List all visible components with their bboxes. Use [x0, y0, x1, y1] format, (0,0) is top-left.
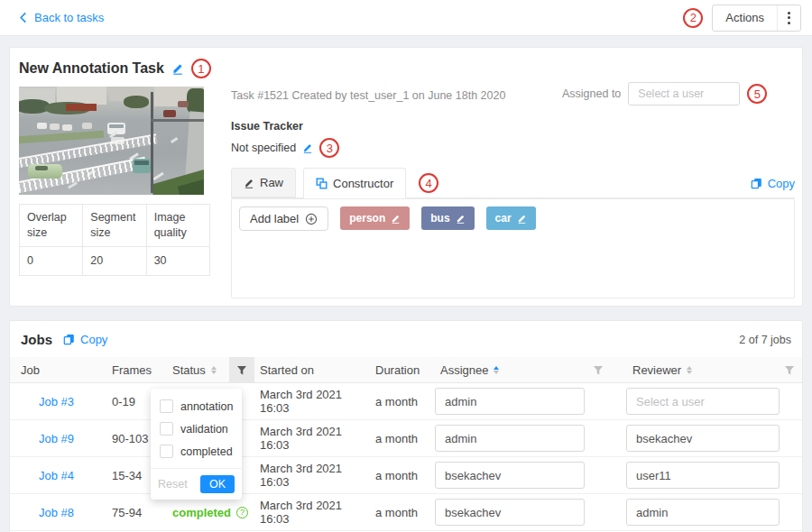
back-to-tasks-link[interactable]: Back to tasks: [18, 11, 104, 24]
callout-2: 2: [683, 8, 703, 28]
jobs-table-header: Job Frames Status Started on Duration As…: [10, 357, 802, 383]
table-row-job9: Job #9 90-103 March 3rd 2021 16:03 a mon…: [10, 420, 802, 457]
back-chevron-icon: [18, 13, 28, 23]
jobs-count: 2 of 7 jobs: [739, 334, 791, 346]
edit-issue-tracker-icon[interactable]: [302, 142, 313, 153]
status-filter-dropdown: annotation validation completed Reset OK: [151, 389, 242, 500]
filter-option-validation[interactable]: validation: [151, 417, 242, 440]
tab-constructor-label: Constructor: [333, 177, 393, 190]
plus-circle-icon: [305, 213, 318, 225]
column-job: Job: [10, 363, 103, 377]
copy-label: Copy: [80, 333, 107, 346]
reviewer-sorter-icon[interactable]: [687, 366, 692, 375]
actions-label: Actions: [713, 11, 777, 24]
tab-raw-label: Raw: [260, 176, 283, 189]
jobs-title: Jobs: [21, 332, 52, 347]
filter-option-completed[interactable]: completed: [151, 440, 242, 463]
param-header-overlap: Overlap size: [20, 205, 83, 247]
column-duration: Duration: [370, 363, 435, 377]
copy-label: Copy: [768, 177, 795, 190]
param-value-segment: 20: [83, 246, 146, 275]
started-cell: March 3rd 2021 16:03: [254, 425, 370, 452]
actions-button[interactable]: Actions: [712, 5, 801, 32]
task-details-card: New Annotation Task 1 Overlap size Segme…: [9, 47, 803, 307]
block-icon: [316, 178, 328, 189]
column-reviewer[interactable]: Reviewer: [616, 363, 804, 377]
label-chip-bus[interactable]: bus: [421, 206, 474, 230]
checkbox-annotation[interactable]: [160, 399, 173, 413]
pencil-icon: [244, 178, 254, 188]
param-value-overlap: 0: [20, 246, 83, 275]
assigned-to-label: Assigned to: [562, 87, 621, 100]
started-cell: March 3rd 2021 16:03: [254, 499, 370, 526]
started-cell: March 3rd 2021 16:03: [254, 462, 370, 489]
duration-cell: a month: [370, 469, 435, 482]
param-value-quality: 30: [146, 246, 209, 275]
started-cell: March 3rd 2021 16:03: [254, 388, 370, 415]
assignee-input[interactable]: [435, 388, 585, 415]
callout-1: 1: [191, 59, 211, 78]
reviewer-input[interactable]: [626, 499, 780, 526]
column-assignee[interactable]: Assignee: [435, 363, 616, 377]
task-thumbnail: [19, 87, 204, 195]
duration-cell: a month: [370, 506, 435, 519]
assignee-sorter-icon[interactable]: [494, 366, 499, 375]
jobs-card: Jobs Copy 2 of 7 jobs Job Frames Status …: [9, 320, 803, 532]
labels-copy-link[interactable]: Copy: [751, 177, 795, 190]
callout-4: 4: [419, 173, 438, 193]
tab-constructor[interactable]: Constructor: [303, 168, 406, 198]
filter-ok-button[interactable]: OK: [200, 475, 235, 493]
reviewer-input[interactable]: [626, 388, 780, 415]
labels-tabbar: Raw Constructor 4 Copy: [231, 168, 795, 198]
job-link[interactable]: Job #9: [10, 432, 103, 445]
param-header-segment: Segment size: [83, 205, 146, 247]
label-chip-bus-text: bus: [430, 212, 449, 225]
add-label-button[interactable]: Add label: [239, 206, 328, 231]
task-meta: Task #1521 Created by test_user_1 on Jun…: [231, 89, 505, 102]
assignee-input[interactable]: [435, 499, 585, 526]
job-link[interactable]: Job #8: [10, 506, 103, 519]
reviewer-input[interactable]: [626, 462, 780, 489]
label-chip-person[interactable]: person: [340, 206, 410, 230]
table-row-job8: Job #8 75-94 completed March 3rd 2021 16…: [10, 494, 802, 531]
copy-icon: [63, 334, 75, 345]
job-link[interactable]: Job #4: [10, 469, 103, 482]
task-title: New Annotation Task: [19, 60, 164, 77]
label-chip-person-text: person: [349, 212, 385, 225]
callout-3: 3: [319, 138, 339, 158]
reviewer-filter-icon[interactable]: [784, 365, 795, 376]
status-sorter-icon[interactable]: [211, 366, 217, 375]
table-row-job4: Job #4 15-34 March 3rd 2021 16:03 a mont…: [10, 457, 802, 494]
assignee-input[interactable]: [435, 462, 585, 489]
assignee-filter-icon[interactable]: [593, 365, 604, 376]
checkbox-completed[interactable]: [160, 445, 173, 458]
checkbox-validation[interactable]: [160, 422, 173, 436]
frames-cell: 75-94: [103, 506, 167, 519]
status-cell: completed: [167, 506, 229, 519]
assigned-to-input[interactable]: [628, 82, 740, 105]
jobs-copy-link[interactable]: Copy: [63, 333, 107, 346]
tab-raw[interactable]: Raw: [231, 168, 296, 197]
column-started-on: Started on: [254, 363, 370, 377]
edit-label-icon[interactable]: [456, 214, 466, 224]
filter-reset-button[interactable]: Reset: [158, 478, 188, 491]
status-filter-icon[interactable]: [229, 357, 254, 383]
edit-title-icon[interactable]: [171, 62, 184, 75]
reviewer-input[interactable]: [626, 425, 780, 452]
back-label: Back to tasks: [34, 11, 104, 24]
label-constructor-panel: Add label person bus car: [231, 198, 795, 298]
param-header-quality: Image quality: [146, 205, 209, 247]
top-bar: Back to tasks 2 Actions: [0, 0, 812, 36]
more-menu-icon[interactable]: [778, 12, 800, 24]
assignee-input[interactable]: [435, 425, 585, 452]
edit-label-icon[interactable]: [391, 214, 401, 224]
filter-option-annotation[interactable]: annotation: [151, 395, 242, 417]
table-row-job3: Job #3 0-19 March 3rd 2021 16:03 a month: [10, 383, 802, 420]
question-circle-icon[interactable]: [236, 507, 248, 518]
label-chip-car[interactable]: car: [486, 206, 536, 230]
copy-icon: [751, 178, 762, 189]
edit-label-icon[interactable]: [517, 214, 527, 224]
issue-tracker-value: Not specified: [231, 142, 296, 154]
job-link[interactable]: Job #3: [10, 395, 103, 408]
column-status[interactable]: Status: [167, 363, 229, 377]
